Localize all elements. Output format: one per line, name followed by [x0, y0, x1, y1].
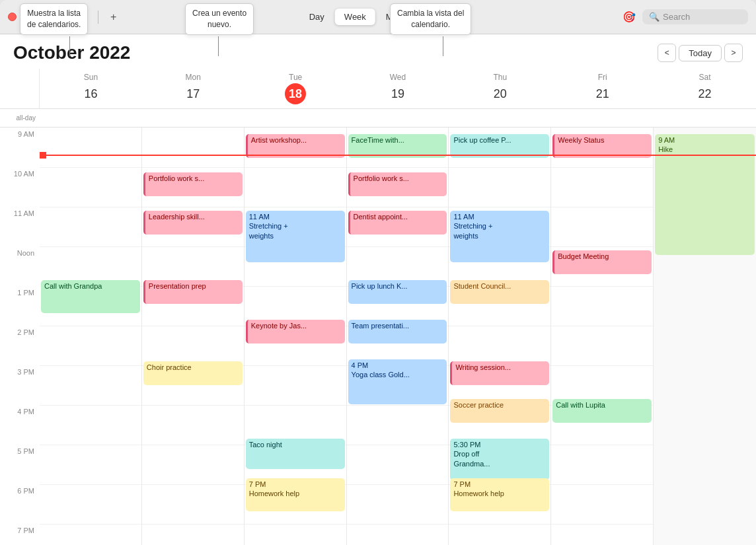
toolbar-separator [98, 11, 98, 24]
all-day-sat [654, 109, 756, 127]
time-6pm: 6 PM [0, 484, 40, 524]
day-sun: Sun 16 [40, 69, 142, 108]
view-switcher: Day Week Month Year [300, 9, 457, 25]
event-hike[interactable]: 9 AMHike [655, 134, 755, 255]
event-yoga[interactable]: 4 PMYoga class Gold... [348, 359, 447, 404]
search-icon: 🔍 [649, 12, 660, 22]
time-noon: Noon [0, 246, 40, 286]
time-1pm: 1 PM [0, 286, 40, 326]
day-col-mon[interactable]: Portfolio work s... Leadership skill... … [142, 127, 245, 545]
grid-area: Call with Grandpa Portfolio work s... Le… [40, 127, 756, 545]
event-presentation-prep[interactable]: Presentation prep [143, 280, 243, 304]
all-day-tue [245, 109, 347, 127]
event-call-lupita[interactable]: Call with Lupita [552, 399, 652, 423]
day-thu: Thu 20 [449, 69, 551, 108]
view-day-button[interactable]: Day [300, 9, 334, 25]
view-month-button[interactable]: Month [377, 9, 419, 25]
event-keynote[interactable]: Keynote by Jas... [246, 320, 345, 344]
calendar-header: October 2022 < Today > [0, 34, 756, 69]
titlebar-right: 🎯 🔍 Search [623, 9, 748, 24]
month-year-title: October 2022 [13, 42, 130, 63]
day-col-sat[interactable]: 9 AMHike [654, 127, 756, 545]
view-year-button[interactable]: Year [420, 9, 456, 25]
current-time-dot [40, 152, 46, 159]
all-day-sun [40, 109, 142, 127]
event-portfolio-wed[interactable]: Portfolio work s... [348, 172, 447, 196]
event-writing-session[interactable]: Writing session... [450, 361, 549, 385]
event-budget-meeting[interactable]: Budget Meeting [552, 250, 652, 274]
titlebar: ⊞ 📥 + Day Week Month Year 🎯 🔍 Search [0, 0, 756, 34]
event-team-presentation[interactable]: Team presentati... [348, 320, 447, 344]
toolbar-icons: ⊞ 📥 + [55, 11, 116, 24]
day-col-sun[interactable]: Call with Grandpa [40, 127, 142, 545]
event-call-grandpa[interactable]: Call with Grandpa [41, 280, 140, 313]
today-button[interactable]: Today [679, 45, 722, 61]
event-pickup-lunch[interactable]: Pick up lunch K... [348, 280, 447, 304]
all-day-wed [347, 109, 449, 127]
maximize-button[interactable] [36, 13, 44, 21]
prev-button[interactable]: < [658, 44, 676, 62]
day-col-fri[interactable]: Weekly Status Budget Meeting Call with L… [551, 127, 654, 545]
all-day-row: all-day [0, 109, 756, 127]
time-grid: 9:41 AM 9 AM 10 AM 11 AM Noon 1 PM 2 PM … [0, 127, 756, 545]
event-homework-tue[interactable]: 7 PMHomework help [246, 478, 345, 511]
time-7pm: 7 PM [0, 524, 40, 545]
day-sat: Sat 22 [654, 69, 756, 108]
event-stretching-thu[interactable]: 11 AMStretching +weights [450, 211, 549, 262]
day-mon: Mon 17 [142, 69, 245, 108]
day-col-wed[interactable]: FaceTime with... Portfolio work s... Den… [347, 127, 449, 545]
calendar-window: Muestra la listade calendarios. Crea un … [0, 0, 756, 545]
event-soccer[interactable]: Soccer practice [450, 399, 549, 423]
calendar-scroll-area[interactable]: 9:41 AM 9 AM 10 AM 11 AM Noon 1 PM 2 PM … [0, 127, 756, 545]
day-col-tue[interactable]: Artist workshop... 11 AMStretching +weig… [245, 127, 347, 545]
event-choir-practice[interactable]: Choir practice [143, 361, 243, 385]
days-header: Sun 16 Mon 17 Tue 18 Wed 19 Thu 20 Fri 2… [0, 69, 756, 109]
time-3pm: 3 PM [0, 365, 40, 405]
all-day-fri [551, 109, 654, 127]
event-stretching-tue[interactable]: 11 AMStretching +weights [246, 211, 345, 262]
time-11am: 11 AM [0, 207, 40, 246]
day-wed: Wed 19 [347, 69, 449, 108]
event-homework-thu[interactable]: 7 PMHomework help [450, 478, 549, 511]
time-10am: 10 AM [0, 167, 40, 207]
minimize-button[interactable] [22, 13, 30, 21]
time-4pm: 4 PM [0, 405, 40, 445]
corner-cell [0, 69, 40, 108]
all-day-thu [449, 109, 551, 127]
view-week-button[interactable]: Week [335, 9, 375, 25]
inbox-icon[interactable]: 📥 [73, 11, 86, 23]
search-placeholder: Search [663, 12, 690, 22]
time-9am: 9:41 AM 9 AM [0, 127, 40, 167]
search-box[interactable]: 🔍 Search [642, 9, 748, 24]
event-dropoff-grandma[interactable]: 5:30 PMDrop offGrandma... [450, 439, 549, 480]
time-labels: 9:41 AM 9 AM 10 AM 11 AM Noon 1 PM 2 PM … [0, 127, 40, 545]
nav-controls: < Today > [658, 44, 743, 62]
event-student-council[interactable]: Student Council... [450, 280, 549, 304]
next-button[interactable]: > [724, 44, 743, 62]
focus-icon[interactable]: 🎯 [623, 11, 636, 23]
event-taco-night[interactable]: Taco night [246, 439, 345, 469]
all-day-mon [142, 109, 245, 127]
day-fri: Fri 21 [551, 69, 654, 108]
time-5pm: 5 PM [0, 445, 40, 484]
event-portfolio-mon[interactable]: Portfolio work s... [143, 172, 243, 196]
add-event-icon[interactable]: + [110, 11, 116, 23]
event-dentist[interactable]: Dentist appoint... [348, 211, 447, 235]
close-button[interactable] [8, 13, 17, 21]
event-leadership[interactable]: Leadership skill... [143, 211, 243, 235]
calendar-list-icon[interactable]: ⊞ [55, 11, 63, 23]
time-2pm: 2 PM [0, 326, 40, 365]
day-col-thu[interactable]: Pick up coffee P... 11 AMStretching +wei… [449, 127, 551, 545]
day-tue: Tue 18 [245, 69, 347, 108]
traffic-lights [8, 13, 44, 21]
all-day-label: all-day [0, 109, 40, 127]
current-time-line [40, 155, 756, 156]
